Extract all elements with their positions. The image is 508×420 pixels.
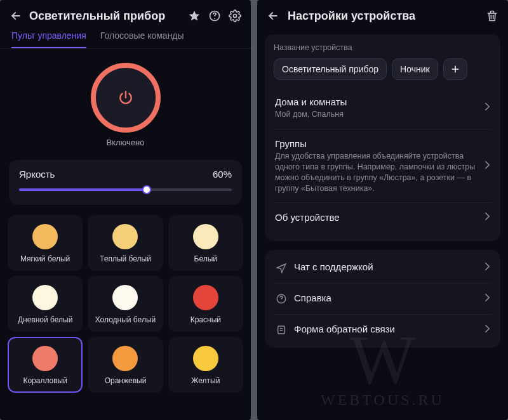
color-label: Холодный белый <box>95 315 156 324</box>
settings-icon[interactable] <box>228 9 242 23</box>
control-screen: Осветительный прибор Пульт управления Го… <box>0 0 251 420</box>
back-icon[interactable] <box>266 9 280 23</box>
device-name-chip-primary[interactable]: Осветительный прибор <box>274 58 387 80</box>
form-icon <box>275 324 288 336</box>
delete-icon[interactable] <box>485 9 499 23</box>
color-circle <box>193 285 218 310</box>
help-icon[interactable] <box>208 9 222 23</box>
device-title: Осветительный прибор <box>29 10 181 23</box>
support-row-title: Чат с поддержкой <box>294 261 478 272</box>
settings-header: Настройки устройства <box>257 0 508 32</box>
support-row[interactable]: Чат с поддержкой <box>274 253 491 283</box>
plus-icon <box>450 64 460 74</box>
support-row-title: Справка <box>294 292 478 303</box>
settings-row[interactable]: ГруппыДля удобства управления объединяйт… <box>274 129 491 203</box>
color-label: Дневной белый <box>18 315 72 324</box>
chevron-right-icon <box>485 262 490 273</box>
color-swatch[interactable]: Желтый <box>168 337 243 393</box>
color-label: Желтый <box>191 376 220 385</box>
device-name-card: Название устройства Осветительный прибор… <box>265 34 500 241</box>
brightness-thumb[interactable] <box>142 185 151 194</box>
svg-point-1 <box>214 18 215 19</box>
color-grid: Мягкий белыйТеплый белыйБелыйДневной бел… <box>0 209 251 400</box>
color-circle <box>112 346 138 371</box>
settings-row[interactable]: Об устройстве <box>274 202 491 232</box>
chevron-right-icon <box>485 161 490 172</box>
brightness-slider[interactable] <box>19 188 232 191</box>
power-icon <box>117 89 134 106</box>
svg-point-2 <box>234 15 237 18</box>
color-swatch[interactable]: Белый <box>168 215 243 271</box>
chevron-right-icon <box>485 102 490 114</box>
chat-icon <box>275 261 288 274</box>
settings-row-title: Дома и комнаты <box>275 96 478 107</box>
brightness-label: Яркость <box>19 169 55 180</box>
add-name-chip[interactable] <box>443 58 467 80</box>
device-name-label: Название устройства <box>274 43 491 52</box>
color-label: Мягкий белый <box>20 254 70 263</box>
power-section: Включено <box>0 49 251 156</box>
device-name-chips: Осветительный прибор Ночник <box>274 58 491 80</box>
watermark-text: WEBTOUS.RU <box>257 391 508 409</box>
color-circle <box>193 224 218 249</box>
tab-bar: Пульт управления Голосовые команды <box>0 28 251 49</box>
color-label: Красный <box>190 315 221 324</box>
support-card: Чат с поддержкойСправкаФорма обратной св… <box>265 250 500 348</box>
color-swatch[interactable]: Дневной белый <box>8 276 83 332</box>
power-state-label: Включено <box>107 138 145 147</box>
color-label: Белый <box>194 254 217 263</box>
color-circle <box>32 224 58 249</box>
color-swatch[interactable]: Холодный белый <box>88 276 163 332</box>
color-swatch[interactable]: Теплый белый <box>88 215 163 271</box>
support-row[interactable]: Справка <box>274 283 491 314</box>
power-button[interactable] <box>91 63 161 133</box>
color-swatch[interactable]: Оранжевый <box>88 337 163 393</box>
color-label: Оранжевый <box>105 376 147 385</box>
color-circle <box>112 224 138 249</box>
support-row[interactable]: Форма обратной связи <box>274 314 491 345</box>
color-circle <box>112 285 138 310</box>
settings-row[interactable]: Дома и комнатыМой дом, Спальня <box>274 88 491 129</box>
svg-point-4 <box>281 301 282 302</box>
control-header: Осветительный прибор <box>0 0 251 28</box>
brightness-card: Яркость 60% <box>9 160 242 205</box>
brightness-fill <box>19 188 147 191</box>
color-circle <box>193 346 218 371</box>
color-swatch[interactable]: Коралловый <box>8 337 83 393</box>
support-row-title: Форма обратной связи <box>294 324 478 334</box>
settings-row-title: Об устройстве <box>275 212 478 223</box>
settings-row-title: Группы <box>275 138 478 149</box>
color-circle <box>32 285 58 310</box>
back-icon[interactable] <box>9 9 23 23</box>
settings-row-subtitle: Мой дом, Спальня <box>275 109 478 120</box>
device-name-chip-secondary[interactable]: Ночник <box>392 58 438 80</box>
color-swatch[interactable]: Красный <box>168 276 243 332</box>
settings-row-subtitle: Для удобства управления объединяйте устр… <box>275 151 478 194</box>
tab-control[interactable]: Пульт управления <box>11 30 86 48</box>
favorite-icon[interactable] <box>187 9 201 23</box>
color-label: Теплый белый <box>100 254 151 263</box>
color-swatch[interactable]: Мягкий белый <box>8 215 83 271</box>
tab-voice[interactable]: Голосовые команды <box>100 30 184 48</box>
chevron-right-icon <box>485 324 490 336</box>
color-circle <box>32 346 58 371</box>
chevron-right-icon <box>485 212 490 223</box>
settings-screen: Настройки устройства Название устройства… <box>257 0 508 420</box>
chevron-right-icon <box>485 293 490 305</box>
brightness-value: 60% <box>213 169 232 180</box>
help-icon <box>275 292 288 305</box>
settings-title: Настройки устройства <box>288 10 478 23</box>
color-label: Коралловый <box>23 376 67 385</box>
